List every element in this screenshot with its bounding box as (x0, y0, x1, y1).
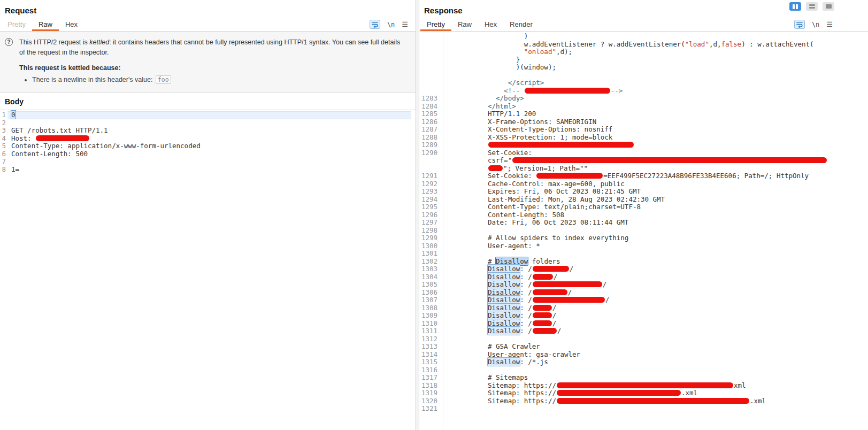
code-text: xml (734, 381, 746, 389)
body-section-title: Body (0, 93, 416, 110)
tab-pretty[interactable]: Pretty (420, 18, 451, 31)
line-number: 1311 (419, 327, 443, 335)
code-line-content: Disallow: // (443, 273, 868, 281)
code-line: 1308Disallow: // (419, 304, 868, 312)
code-line: 1293Expires: Fri, 06 Oct 2023 08:21:45 G… (419, 188, 868, 196)
code-text: </body> (496, 94, 524, 102)
code-text: User-agent: gsa-crawler (488, 350, 580, 358)
code-line: 1285HTTP/1.1 200 (419, 110, 868, 118)
kettled-reason-list: There is a newline in this header's valu… (32, 75, 405, 85)
code-line: 1298 (419, 227, 868, 235)
line-number: 1298 (419, 227, 443, 235)
word-wrap-icon (371, 21, 379, 28)
two-row-layout-button[interactable] (806, 2, 818, 11)
code-line-content: X-Frame-Options: SAMEORIGIN (443, 118, 868, 126)
http-message-view: Request PrettyRawHex \n ☰ ? This HTTP/2 … (0, 0, 868, 430)
response-panel: Response PrettyRawHexRender \n ☰ ) w.add… (419, 0, 868, 430)
code-line: 1313# GSA Crawler (419, 343, 868, 351)
code-text: / (603, 280, 607, 288)
redaction-bar (536, 173, 603, 179)
code-text: : / (520, 296, 532, 304)
code-text: X-Frame-Options: SAMEORIGIN (488, 118, 596, 126)
code-text: Last-Modified: Mon, 28 Aug 2023 02:42:30… (488, 195, 665, 203)
editor-menu-icon[interactable]: ☰ (402, 20, 408, 28)
code-line-content: Expires: Fri, 06 Oct 2023 08:21:45 GMT (443, 188, 868, 196)
tab-raw[interactable]: Raw (32, 18, 59, 31)
line-number (419, 72, 443, 80)
line-number: 1290 (419, 149, 443, 157)
code-text: ,d); (556, 48, 572, 56)
code-line: )(window); (419, 64, 868, 72)
code-text: <!-- (488, 87, 524, 95)
redaction-bar (533, 305, 552, 311)
line-number: 1320 (419, 397, 443, 405)
code-line-content: Disallow: // (443, 312, 868, 320)
code-line: 1300User-agent: * (419, 242, 868, 250)
header-value-code: foo (156, 75, 171, 84)
code-line: 1320Sitemap: https://.xml (419, 397, 868, 405)
code-text: 1= (11, 165, 19, 173)
tab-hex[interactable]: Hex (478, 18, 503, 31)
code-line-content: 0 (7, 111, 411, 119)
response-editor[interactable]: ) w.addEventListener ? w.addEventListene… (419, 32, 868, 430)
code-line: 1311Disallow: // (419, 327, 868, 335)
code-line-content: Disallow: // (443, 296, 868, 304)
code-line: 1307Disallow: // (419, 296, 868, 304)
line-number: 1316 (419, 366, 443, 374)
code-line-content (443, 141, 868, 149)
line-number: 2 (0, 119, 7, 127)
line-number (419, 79, 443, 87)
search-match: Disallow (488, 296, 520, 304)
response-tabbar: PrettyRawHexRender \n ☰ (419, 17, 868, 32)
tab-render[interactable]: Render (503, 18, 539, 31)
code-line: w.addEventListener ? w.addEventListener(… (419, 41, 868, 49)
code-text: # (488, 257, 496, 265)
code-line: 1321 (419, 405, 868, 413)
code-line: 1304Disallow: // (419, 273, 868, 281)
code-line-content: Disallow: // (443, 327, 868, 335)
tab-hex[interactable]: Hex (59, 18, 84, 31)
line-number: 1314 (419, 351, 443, 359)
code-text: / (570, 265, 574, 273)
code-text: ) (488, 32, 528, 40)
code-text: Expires: Fri, 06 Oct 2023 08:21:45 GMT (488, 187, 641, 195)
code-line-content: GET /robots.txt HTTP/1.1 (7, 127, 411, 135)
line-number: 1309 (419, 312, 443, 320)
reason-item-text: There is a newline in this header's valu… (32, 76, 155, 83)
line-number: 1317 (419, 374, 443, 382)
word-wrap-toggle[interactable] (794, 20, 805, 29)
tab-raw[interactable]: Raw (451, 18, 478, 31)
single-panel-layout-button[interactable] (823, 2, 834, 11)
code-text: folders (528, 257, 560, 265)
code-text: "onload" (524, 48, 556, 56)
request-panel-title: Request (0, 0, 416, 17)
editor-menu-icon[interactable]: ☰ (826, 20, 833, 28)
request-tabbar: PrettyRawHex \n ☰ (0, 17, 416, 32)
two-column-layout-button[interactable] (789, 2, 801, 11)
word-wrap-toggle[interactable] (370, 20, 380, 29)
code-line: 2 (0, 119, 416, 127)
line-number (419, 87, 443, 95)
code-line: 1316 (419, 366, 868, 374)
code-line (419, 72, 868, 80)
show-newlines-toggle[interactable]: \n (387, 21, 395, 28)
line-number: 1292 (419, 180, 443, 188)
search-match: Disallow (488, 319, 520, 327)
code-text: # GSA Crawler (488, 342, 540, 350)
code-line-content: "; Version=1; Path="" (443, 165, 868, 173)
line-number (419, 165, 443, 173)
code-line-content (7, 158, 411, 166)
code-line-content: w.addEventListener ? w.addEventListener(… (443, 41, 868, 49)
show-newlines-toggle[interactable]: \n (812, 21, 819, 28)
code-text: Set-Cookie: (488, 172, 536, 180)
code-line-content (443, 250, 868, 258)
code-line: 6Content-Length: 500 (0, 150, 416, 158)
code-line: <!-- --> (419, 87, 868, 95)
line-number: 1299 (419, 234, 443, 242)
code-text: Date: Fri, 06 Oct 2023 08:11:44 GMT (488, 218, 628, 226)
line-number: 1305 (419, 281, 443, 289)
redaction-bar (488, 165, 503, 171)
code-text: / (552, 311, 557, 319)
code-text: / (605, 296, 610, 304)
request-body-editor[interactable]: 1023GET /robots.txt HTTP/1.14Host: 5Cont… (0, 110, 416, 430)
